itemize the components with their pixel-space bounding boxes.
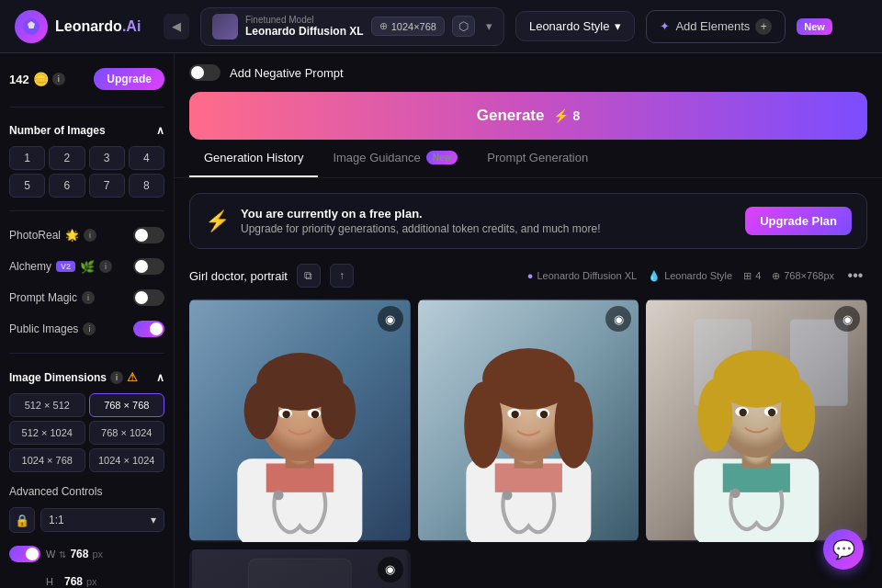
upgrade-text: You are currently on a free plan. Upgrad…	[241, 207, 734, 235]
upgrade-plan-button[interactable]: Upgrade Plan	[745, 207, 852, 235]
lock-button[interactable]: 🔒	[9, 507, 35, 533]
model-type-icon: ⬡	[452, 16, 475, 37]
dim-1024x768[interactable]: 1024 × 768	[9, 448, 85, 472]
tabs-row: Generation History Image Guidance New Pr…	[175, 140, 882, 178]
more-options-button[interactable]: •••	[843, 264, 867, 288]
alchemy-leaf-icon: 🌿	[80, 260, 95, 274]
upload-button[interactable]: ↑	[330, 264, 354, 288]
height-row: H 768 px	[9, 575, 164, 588]
svg-point-12	[311, 411, 319, 418]
upgrade-banner-title: You are currently on a free plan.	[241, 207, 734, 220]
logo-text: Leonardo.Ai	[55, 18, 141, 35]
upgrade-button[interactable]: Upgrade	[94, 68, 164, 90]
svg-point-7	[244, 382, 279, 440]
svg-point-21	[554, 382, 593, 469]
upgrade-banner-subtitle: Upgrade for priority generations, additi…	[241, 222, 734, 235]
alchemy-info-icon[interactable]: i	[99, 260, 112, 273]
new-badge: New	[797, 18, 832, 35]
dim-collapse-icon[interactable]: ∧	[156, 371, 164, 384]
number-grid: 1 2 3 4 5 6 7 8	[9, 146, 164, 198]
image-dim-section: Image Dimensions i ⚠ ∧	[9, 370, 164, 384]
nav-collapse-button[interactable]: ◀	[164, 14, 189, 40]
num-btn-5[interactable]: 5	[9, 174, 45, 198]
dim-768x1024[interactable]: 768 × 1024	[89, 421, 165, 445]
style-chevron-icon: ▾	[615, 19, 621, 33]
public-images-info-icon[interactable]: i	[83, 322, 96, 335]
photo-real-label: PhotoReal 🌟 i	[9, 229, 96, 242]
dim-512x1024[interactable]: 512 × 1024	[9, 421, 85, 445]
ratio-select[interactable]: 1:1 ▾	[40, 508, 164, 532]
tab-image-guidance[interactable]: Image Guidance New	[318, 140, 472, 177]
scroll-content: ⚡ You are currently on a free plan. Upgr…	[175, 178, 882, 588]
image-card-1[interactable]: ◉	[189, 299, 411, 542]
num-images-section: Number of Images ∧	[9, 124, 164, 137]
model-thumbnail	[212, 14, 238, 40]
svg-point-41	[730, 489, 740, 498]
image-card-3[interactable]: ◉	[646, 299, 867, 542]
num-btn-3[interactable]: 3	[89, 146, 125, 170]
dim-info-icon[interactable]: i	[110, 371, 123, 384]
num-btn-1[interactable]: 1	[9, 146, 45, 170]
wh-sync-toggle[interactable]	[9, 546, 40, 562]
dim-1024x1024[interactable]: 1024 × 1024	[89, 448, 165, 472]
v2-badge: V2	[56, 261, 75, 272]
height-group: H 768 px	[46, 575, 97, 588]
num-btn-4[interactable]: 4	[129, 146, 164, 170]
image-card-2[interactable]: ◉	[418, 299, 639, 542]
upgrade-banner: ⚡ You are currently on a free plan. Upgr…	[189, 193, 867, 249]
content-area: Add Negative Prompt Generate ⚡ 8 Generat…	[175, 53, 882, 588]
width-label: W	[46, 548, 55, 560]
style-selector[interactable]: Leonardo Style ▾	[515, 11, 635, 41]
dim-768x768[interactable]: 768 × 768	[89, 393, 165, 417]
model-selector[interactable]: Finetuned Model Leonardo Diffusion XL ⊕ …	[200, 7, 504, 46]
num-images-label: Number of Images	[9, 124, 106, 137]
svg-rect-43	[248, 559, 351, 588]
model-name: Leonardo Diffusion XL	[245, 25, 364, 38]
num-btn-6[interactable]: 6	[49, 174, 85, 198]
neg-prompt-row: Add Negative Prompt	[189, 64, 867, 81]
prompt-magic-label: Prompt Magic i	[9, 291, 95, 304]
svg-point-24	[511, 411, 518, 418]
image-eye-3[interactable]: ◉	[834, 306, 860, 332]
image-guidance-new-badge: New	[426, 151, 458, 164]
model-chevron-icon: ▾	[486, 19, 492, 33]
style-drop-icon: 💧	[648, 270, 661, 282]
public-images-toggle[interactable]	[133, 321, 164, 337]
copy-prompt-button[interactable]: ⧉	[297, 264, 321, 288]
ratio-value: 1:1	[49, 514, 64, 526]
prompt-magic-info-icon[interactable]: i	[82, 291, 95, 304]
elements-star-icon: ✦	[660, 19, 670, 33]
dim-512x512[interactable]: 512 × 512	[9, 393, 85, 417]
divider-2	[9, 210, 164, 211]
image-eye-4[interactable]: ◉	[378, 557, 403, 582]
num-images-collapse-icon[interactable]: ∧	[156, 124, 164, 137]
image-eye-1[interactable]: ◉	[378, 306, 403, 332]
tab-generation-history[interactable]: Generation History	[189, 140, 318, 177]
prompt-magic-row: Prompt Magic i	[9, 287, 164, 309]
alchemy-label: Alchemy V2 🌿 i	[9, 260, 112, 274]
add-elements-button[interactable]: ✦ Add Elements +	[646, 10, 786, 43]
dim-section-header: Image Dimensions i ⚠	[9, 370, 138, 384]
generate-label: Generate	[477, 107, 545, 125]
alchemy-toggle[interactable]	[133, 258, 164, 275]
svg-point-20	[464, 382, 503, 469]
logo-area: Leonardo.Ai ◀	[15, 10, 189, 43]
divider-3	[9, 353, 164, 354]
num-btn-8[interactable]: 8	[129, 174, 164, 198]
width-row: W ⇅ 768 px	[9, 546, 164, 562]
photo-real-toggle[interactable]	[133, 227, 164, 243]
svg-point-25	[540, 411, 548, 418]
token-info-icon[interactable]: i	[52, 73, 65, 85]
public-images-row: Public Images i	[9, 318, 164, 340]
photo-real-info-icon[interactable]: i	[84, 229, 96, 242]
num-btn-7[interactable]: 7	[89, 174, 125, 198]
num-btn-2[interactable]: 2	[49, 146, 85, 170]
photo-real-icon: 🌟	[65, 229, 79, 242]
prompt-magic-toggle[interactable]	[133, 289, 164, 306]
public-images-label: Public Images i	[9, 322, 96, 335]
image-card-4[interactable]: ◉	[189, 549, 411, 588]
tab-prompt-generation[interactable]: Prompt Generation	[472, 140, 603, 177]
generate-button[interactable]: Generate ⚡ 8	[189, 92, 867, 140]
chat-fab-button[interactable]: 💬	[823, 529, 864, 570]
neg-prompt-toggle[interactable]	[189, 64, 220, 81]
